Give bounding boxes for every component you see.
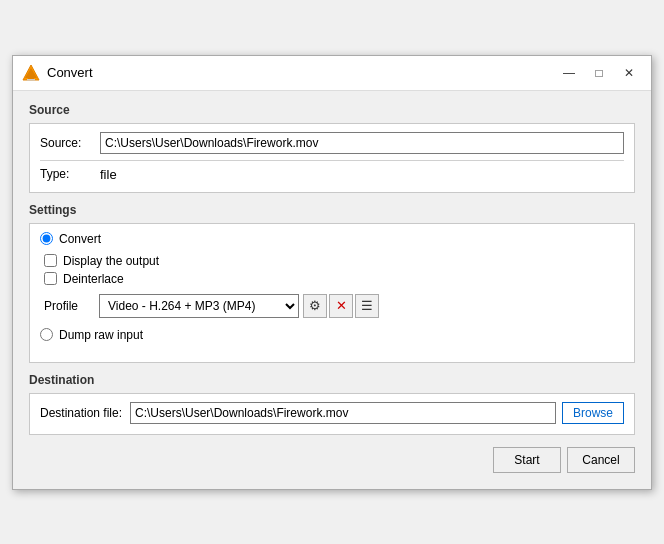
red-x-icon (336, 298, 347, 313)
minimize-button[interactable]: — (555, 62, 583, 84)
profile-list-button[interactable] (355, 294, 379, 318)
window-controls: — □ ✕ (555, 62, 643, 84)
dest-file-label: Destination file: (40, 406, 130, 420)
settings-section-label: Settings (29, 203, 635, 217)
convert-radio-label: Convert (59, 232, 101, 246)
app-icon (21, 63, 41, 83)
destination-section-label: Destination (29, 373, 635, 387)
list-icon (361, 298, 373, 313)
main-content: Source Source: Type: file Settings Conve (13, 91, 651, 489)
svg-rect-2 (28, 77, 34, 79)
convert-radio[interactable] (40, 232, 53, 245)
window-title: Convert (47, 65, 555, 80)
dump-raw-radio-row: Dump raw input (40, 328, 624, 342)
settings-box: Convert Display the output Deinterlace P… (29, 223, 635, 363)
dump-radio-label: Dump raw input (59, 328, 143, 342)
type-label: Type: (40, 167, 100, 181)
convert-radio-row: Convert (40, 232, 624, 246)
source-label: Source: (40, 136, 100, 150)
source-box: Source: Type: file (29, 123, 635, 193)
display-output-checkbox[interactable] (44, 254, 57, 267)
profile-label: Profile (44, 299, 99, 313)
type-value: file (100, 167, 117, 182)
cancel-button[interactable]: Cancel (567, 447, 635, 473)
maximize-button[interactable]: □ (585, 62, 613, 84)
svg-rect-3 (27, 79, 35, 81)
profile-select[interactable]: Video - H.264 + MP3 (MP4) Video - H.265 … (99, 294, 299, 318)
main-window: Convert — □ ✕ Source Source: Type: file (12, 55, 652, 490)
profile-action-buttons (303, 294, 379, 318)
source-field-row: Source: (40, 132, 624, 154)
profile-settings-button[interactable] (303, 294, 327, 318)
profile-delete-button[interactable] (329, 294, 353, 318)
deinterlace-checkbox[interactable] (44, 272, 57, 285)
display-output-row: Display the output (44, 254, 624, 268)
source-input[interactable] (100, 132, 624, 154)
source-divider (40, 160, 624, 161)
profile-row: Profile Video - H.264 + MP3 (MP4) Video … (44, 294, 624, 318)
destination-input[interactable] (130, 402, 556, 424)
bottom-buttons: Start Cancel (29, 447, 635, 477)
deinterlace-row: Deinterlace (44, 272, 624, 286)
close-button[interactable]: ✕ (615, 62, 643, 84)
dump-raw-row: Dump raw input (40, 328, 624, 342)
deinterlace-label: Deinterlace (63, 272, 124, 286)
source-section: Source Source: Type: file (29, 103, 635, 193)
browse-button[interactable]: Browse (562, 402, 624, 424)
destination-section: Destination Destination file: Browse (29, 373, 635, 435)
type-field-row: Type: file (40, 167, 624, 182)
start-button[interactable]: Start (493, 447, 561, 473)
destination-row: Destination file: Browse (40, 402, 624, 424)
display-output-label: Display the output (63, 254, 159, 268)
source-section-label: Source (29, 103, 635, 117)
title-bar: Convert — □ ✕ (13, 56, 651, 91)
dump-radio[interactable] (40, 328, 53, 341)
destination-box: Destination file: Browse (29, 393, 635, 435)
settings-section: Settings Convert Display the output Dein… (29, 203, 635, 363)
gear-icon (309, 298, 321, 313)
